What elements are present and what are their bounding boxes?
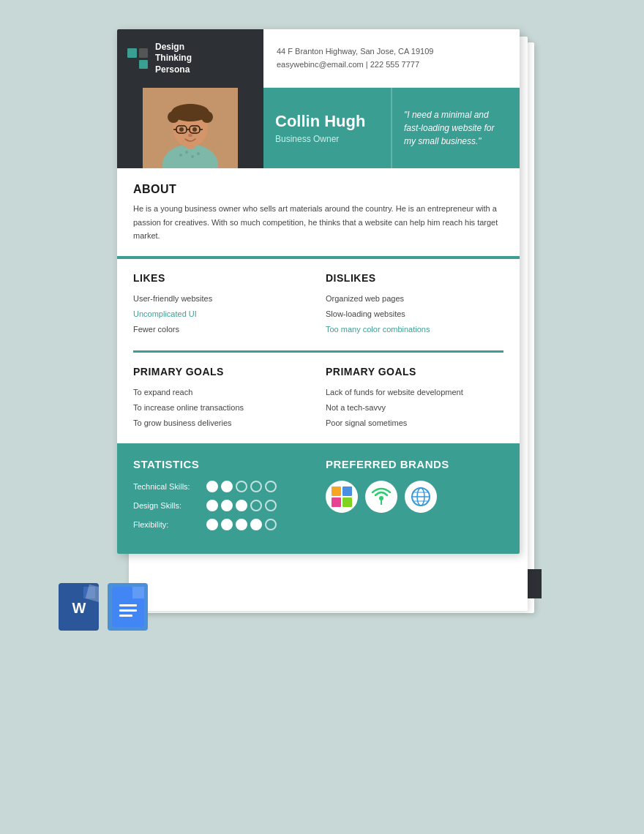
profile-quote-area: "I need a minimal and fast-loading websi…: [391, 88, 520, 168]
likes-col: LIKES User-friendly websites Uncomplicat…: [133, 272, 311, 337]
dot: [221, 481, 233, 492]
brands-col: PREFERRED BRANDS: [326, 458, 503, 538]
dot: [265, 481, 277, 492]
svg-point-3: [185, 151, 188, 154]
statistics-section: STATISTICS Technical Skills: Design Skil…: [117, 443, 520, 554]
flex-dots: [206, 519, 277, 530]
brand-icon-2: [365, 481, 397, 513]
goals-section: PRIMARY GOALS To expand reach To increas…: [117, 353, 520, 444]
brands-icons: [326, 481, 503, 513]
about-title: ABOUT: [133, 183, 503, 196]
goals-col: PRIMARY GOALS To expand reach To increas…: [133, 366, 311, 431]
profile-right: Collin Hugh Business Owner "I need a min…: [263, 88, 520, 168]
tech-dots: [206, 481, 277, 492]
dot: [206, 481, 218, 492]
dot: [265, 500, 277, 511]
logo-icon: [127, 48, 148, 69]
svg-point-13: [184, 104, 196, 116]
svg-point-5: [197, 152, 200, 155]
profile-photo-area: [117, 88, 263, 168]
frustrations-title: PRIMARY GOALS: [326, 366, 503, 377]
person-illustration: [143, 88, 238, 168]
about-text: He is a young business owner who sells a…: [133, 202, 503, 243]
stat-flexibility: Flexibility:: [133, 519, 311, 530]
header-contact: 44 F Branton Highway, San Jose, CA 19109…: [263, 29, 520, 88]
svg-rect-25: [332, 497, 341, 507]
sq4: [139, 60, 149, 70]
contact-info: 44 F Branton Highway, San Jose, CA 19109…: [277, 45, 433, 71]
dot: [250, 500, 262, 511]
svg-point-11: [174, 108, 184, 119]
profile-name: Collin Hugh: [275, 112, 379, 131]
goal-item-2: To increase online transactions: [133, 400, 311, 416]
dislikes-item-2: Slow-loading websites: [326, 307, 503, 322]
profile-role: Business Owner: [275, 134, 379, 144]
goal-item-3: To grow business deliveries: [133, 416, 311, 431]
main-card: Design Thinking Persona 44 F Branton Hig…: [117, 29, 520, 554]
likes-title: LIKES: [133, 272, 311, 284]
logo-area: Design Thinking Persona: [117, 29, 263, 88]
profile-section: Collin Hugh Business Owner "I need a min…: [117, 88, 520, 168]
sq3: [127, 60, 137, 70]
dislikes-title: DISLIKES: [326, 272, 503, 284]
stat-design-label: Design Skills:: [133, 501, 206, 510]
svg-rect-42: [119, 609, 137, 612]
svg-text:W: W: [72, 600, 86, 616]
likes-item-1: User-friendly websites: [133, 291, 311, 307]
svg-point-20: [192, 127, 197, 132]
dot: [236, 481, 247, 492]
dot: [221, 500, 233, 511]
dislikes-item-1: Organized web pages: [326, 291, 503, 307]
likes-dislikes-section: LIKES User-friendly websites Uncomplicat…: [117, 259, 520, 350]
dot: [265, 519, 277, 530]
dot: [206, 519, 218, 530]
stats-col: STATISTICS Technical Skills: Design Skil…: [133, 458, 311, 538]
brand-icon-1: [326, 481, 358, 513]
svg-rect-26: [342, 497, 352, 507]
file-icons: W: [59, 583, 148, 631]
stat-design: Design Skills:: [133, 500, 311, 511]
about-section: ABOUT He is a young business owner who s…: [117, 168, 520, 256]
goal-item-1: To expand reach: [133, 385, 311, 400]
svg-rect-43: [119, 615, 132, 617]
stats-title: STATISTICS: [133, 458, 311, 470]
profile-photo: [143, 88, 238, 168]
docs-svg: [112, 587, 144, 627]
frustration-item-3: Poor signal sometimes: [326, 416, 503, 431]
profile-info: Collin Hugh Business Owner: [263, 88, 391, 168]
sq1: [127, 48, 137, 58]
docs-file-icon[interactable]: [108, 583, 148, 631]
card-header: Design Thinking Persona 44 F Branton Hig…: [117, 29, 520, 88]
svg-rect-23: [332, 487, 341, 496]
svg-rect-24: [342, 487, 352, 496]
stat-flex-label: Flexibility:: [133, 520, 206, 529]
svg-point-19: [179, 127, 184, 132]
svg-point-21: [188, 134, 192, 137]
dislikes-item-3: Too many color combinations: [326, 322, 503, 337]
svg-point-2: [179, 154, 182, 157]
likes-item-2: Uncomplicated UI: [133, 307, 311, 322]
svg-rect-41: [119, 604, 137, 606]
dot: [221, 519, 233, 530]
dot: [236, 519, 247, 530]
profile-quote: "I need a minimal and fast-loading websi…: [404, 108, 508, 148]
frustrations-col: PRIMARY GOALS Lack of funds for website …: [326, 366, 503, 431]
dot: [236, 500, 247, 511]
word-file-icon[interactable]: W: [59, 583, 99, 631]
dot: [250, 481, 262, 492]
brand-icon-3: [405, 481, 437, 513]
frustration-item-2: Not a tech-savvy: [326, 400, 503, 416]
svg-point-12: [196, 108, 206, 119]
design-dots: [206, 500, 277, 511]
dot: [206, 500, 218, 511]
dot: [250, 519, 262, 530]
stat-tech-label: Technical Skills:: [133, 482, 206, 491]
dislikes-col: DISLIKES Organized web pages Slow-loadin…: [326, 272, 503, 337]
frustration-item-1: Lack of funds for website development: [326, 385, 503, 400]
cards-stack: Design Thinking Persona 44 F Branton Hig…: [117, 29, 527, 554]
svg-point-4: [191, 155, 194, 158]
svg-rect-40: [132, 587, 144, 598]
stat-technical: Technical Skills:: [133, 481, 311, 492]
goals-title: PRIMARY GOALS: [133, 366, 311, 377]
brands-title: PREFERRED BRANDS: [326, 458, 503, 470]
